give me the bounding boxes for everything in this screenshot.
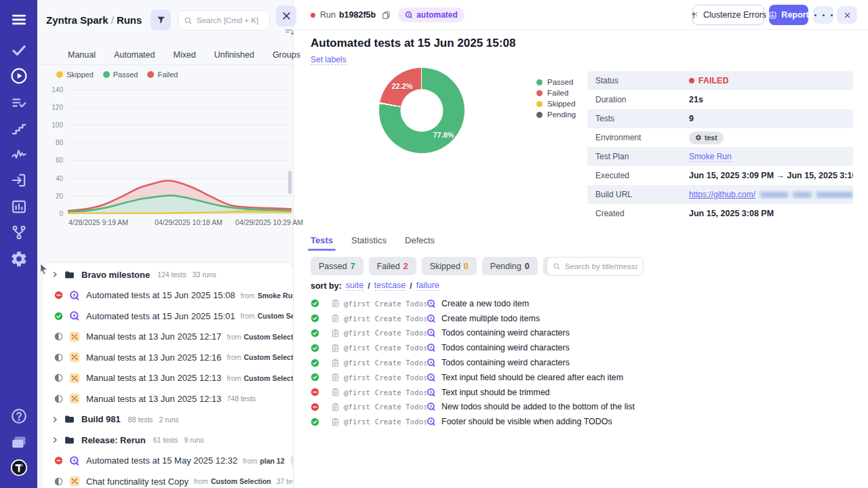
set-labels-link[interactable]: Set labels <box>311 55 347 65</box>
list-check-icon[interactable] <box>10 94 28 112</box>
sort-link-failure[interactable]: failure <box>416 281 439 291</box>
run-row[interactable]: Automated tests at 15 Jun 2025 15:08from… <box>43 285 293 306</box>
test-plan-link[interactable]: Smoke Run <box>689 152 732 162</box>
detail-row: Duration21s <box>587 90 853 109</box>
test-row[interactable]: @first Create Todos…Todos containing wei… <box>311 326 853 341</box>
filter-chip-passed[interactable]: Passed7 <box>311 257 363 275</box>
run-source: Custom Selection <box>243 374 293 382</box>
copy-icon[interactable] <box>381 10 391 20</box>
test-row[interactable]: @first Create Todos…Footer should be vis… <box>311 414 853 429</box>
app-logo-icon[interactable] <box>10 459 28 476</box>
tab-statistics[interactable]: Statistics <box>351 235 387 251</box>
run-row[interactable]: Manual tests at 13 Jun 2025 12:17fromCus… <box>43 327 293 348</box>
help-icon[interactable] <box>10 407 28 425</box>
group-name: Bravo milestone <box>81 270 150 280</box>
clusterize-errors-button[interactable]: Clusterize Errors <box>692 5 764 25</box>
from-label: from <box>226 374 241 382</box>
close-run-button[interactable] <box>837 6 857 24</box>
run-status-partial-icon <box>54 394 63 403</box>
test-row[interactable]: @first Create Todos…Text input should be… <box>311 385 853 400</box>
sort-link-suite[interactable]: suite <box>346 281 363 291</box>
runs-search-input[interactable] <box>197 16 264 24</box>
run-type-tab-automated[interactable]: Automated <box>114 50 155 60</box>
test-row[interactable]: @first Create Todos…Create a new todo it… <box>311 296 853 311</box>
more-actions-button[interactable] <box>813 6 833 24</box>
filter-chip-pending[interactable]: Pending0 <box>482 257 538 275</box>
run-row[interactable]: Manual tests at 13 Jun 2025 12:16fromCus… <box>43 347 293 368</box>
run-type-tabs: ManualAutomatedMixedUnfinishedGroups <box>37 45 293 65</box>
detail-row: CreatedJun 15, 2025 3:08 PM <box>587 204 853 223</box>
legend-dot <box>536 112 542 118</box>
run-type-tab-unfinished[interactable]: Unfinished <box>214 50 254 60</box>
run-row[interactable]: Chat functinality test CopyfromCustom Se… <box>43 471 293 488</box>
run-status-partial-icon <box>54 353 63 362</box>
y-axis-tick: 100 <box>37 121 63 129</box>
chevron-right-icon[interactable] <box>51 415 59 424</box>
run-type-tab-mixed[interactable]: Mixed <box>173 50 195 60</box>
donut-legend-item[interactable]: Failed <box>536 87 576 98</box>
branch-icon[interactable] <box>10 224 28 241</box>
tab-tests[interactable]: Tests <box>311 235 333 251</box>
left-panel-header: Zyntra Spark/Runs <box>37 0 293 42</box>
legend-item[interactable]: Failed <box>147 70 178 79</box>
from-label: from <box>226 353 241 361</box>
run-row[interactable]: Automated tests at 15 May 2025 12:32from… <box>43 451 293 472</box>
run-row[interactable]: Automated tests at 15 Jun 2025 15:01from… <box>43 306 293 327</box>
legend-label: Passed <box>113 70 138 79</box>
filter-button[interactable] <box>151 9 171 30</box>
redacted-text <box>760 192 788 198</box>
manual-run-icon <box>69 373 80 384</box>
legend-item[interactable]: Passed <box>103 70 138 79</box>
tab-defects[interactable]: Defects <box>405 235 435 251</box>
run-type-tab-manual[interactable]: Manual <box>68 50 96 60</box>
test-row[interactable]: @first Create Todos…Text input field sho… <box>311 370 853 385</box>
group-name: Release: Rerun <box>81 435 146 445</box>
filter-chip-skipped[interactable]: Skipped0 <box>422 257 477 275</box>
test-row[interactable]: @first Create Todos…Create multiple todo… <box>311 311 853 326</box>
donut-legend-item[interactable]: Skipped <box>536 98 576 109</box>
chevron-right-icon[interactable] <box>51 436 59 444</box>
menu-icon[interactable] <box>10 11 28 28</box>
run-row[interactable]: Manual tests at 13 Jun 2025 12:13fromCus… <box>43 368 293 389</box>
test-row[interactable]: @first Create Todos…Todos containing wei… <box>311 355 853 370</box>
legend-item[interactable]: Skipped <box>56 70 94 79</box>
tests-search-input[interactable] <box>565 262 637 270</box>
chevron-right-icon[interactable] <box>51 270 59 279</box>
chip-label: Pending <box>490 262 521 271</box>
run-group-row[interactable]: Bravo milestone124 tests33 runs <box>43 264 293 285</box>
breadcrumb: Zyntra Spark/Runs <box>46 14 142 26</box>
automated-badge[interactable]: automated <box>398 7 465 22</box>
filter-chip-failed[interactable]: Failed2 <box>369 257 416 275</box>
close-panel-button[interactable] <box>276 5 296 26</box>
runs-play-icon[interactable] <box>10 67 28 85</box>
import-icon[interactable] <box>10 171 28 189</box>
run-group-row[interactable]: Release: Rerun61 tests9 runs <box>43 430 293 451</box>
from-label: from <box>243 457 257 465</box>
left-panel-scrollbar[interactable] <box>288 171 292 194</box>
build-url-link[interactable]: https://github.com/ <box>689 190 755 199</box>
settings-gear-icon[interactable] <box>10 250 28 268</box>
detail-row: Build URLhttps://github.com/ <box>587 185 853 204</box>
activity-icon[interactable] <box>10 146 28 164</box>
steps-icon[interactable] <box>10 120 28 138</box>
test-row[interactable]: @first Create Todos…Todos containing wei… <box>311 340 853 355</box>
test-title: Text input should be trimmed <box>441 388 550 397</box>
clipboard-icon <box>331 373 340 382</box>
check-icon[interactable] <box>10 41 28 59</box>
donut-legend-item[interactable]: Pending <box>536 109 576 120</box>
search-icon <box>184 16 193 25</box>
donut-legend-item[interactable]: Passed <box>536 77 576 87</box>
report-button[interactable]: Report <box>769 5 808 25</box>
run-group-row[interactable]: Build 98188 tests2 runs <box>43 409 293 430</box>
project-name[interactable]: Zyntra Spark <box>46 14 108 26</box>
analytics-icon[interactable] <box>10 198 28 216</box>
run-type-tab-groups[interactable]: Groups <box>273 50 300 60</box>
run-row[interactable]: Manual tests at 13 Jun 2025 12:13748 tes… <box>43 388 293 409</box>
clipboard-icon <box>331 344 340 352</box>
projects-folder-icon[interactable] <box>10 434 28 451</box>
detail-label: Created <box>587 209 689 218</box>
sort-mini-icon[interactable] <box>285 29 294 36</box>
sort-link-testcase[interactable]: testcase <box>374 281 406 291</box>
tests-list: @first Create Todos…Create a new todo it… <box>311 296 853 429</box>
test-row[interactable]: @first Create Todos…New todos should be … <box>311 400 853 415</box>
